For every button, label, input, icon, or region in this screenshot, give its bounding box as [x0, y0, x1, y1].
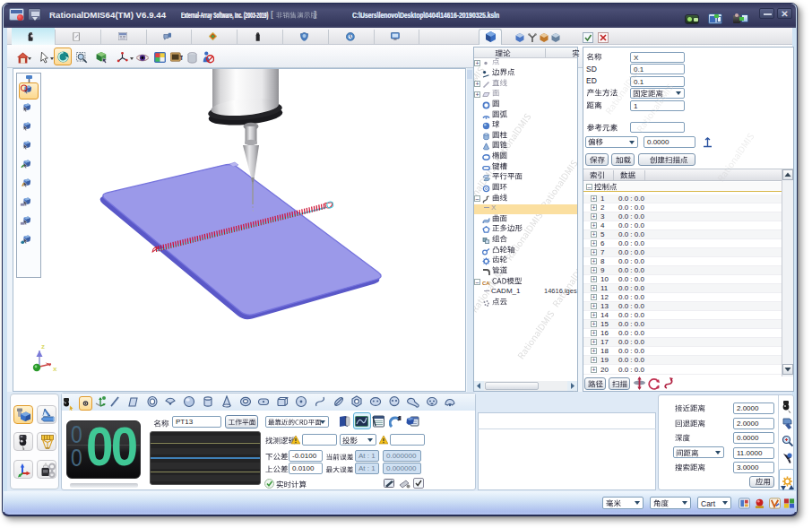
svg-text:x: x — [53, 365, 57, 373]
svg-text:z: z — [41, 342, 45, 351]
svg-text:T: T — [179, 55, 183, 61]
svg-text:CAD: CAD — [482, 281, 490, 286]
